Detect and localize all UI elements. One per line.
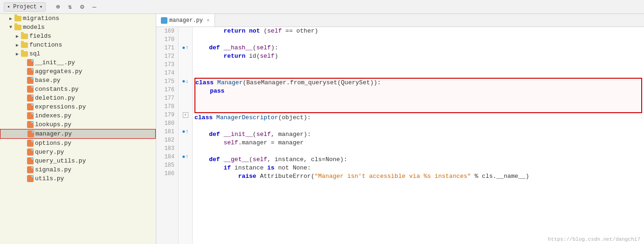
tab-close-button[interactable]: × [207, 18, 210, 23]
gutter-182 [179, 136, 192, 144]
project-label[interactable]: ▪ Project ▾ [4, 2, 46, 12]
gutter-181[interactable]: ●↑ [179, 128, 192, 136]
line-num-175: 175 [160, 77, 174, 86]
sidebar-item-query-utils[interactable]: query_utils.py [0, 156, 156, 165]
code-line-177 [195, 95, 641, 104]
sidebar-item-migrations[interactable]: ▶ migrations [0, 14, 156, 23]
python-file-icon [28, 130, 34, 137]
sort-icon[interactable]: ⇅ [65, 2, 75, 12]
collapse-down-icon[interactable]: ●↓ [182, 78, 188, 85]
python-file-icon [27, 112, 34, 119]
code-line-176: pass [195, 87, 641, 95]
line-num-185: 185 [160, 161, 174, 169]
settings-icon[interactable]: ⚙ [77, 2, 87, 12]
code-line-180 [194, 122, 642, 130]
sidebar-item-signals[interactable]: signals.py [0, 165, 156, 174]
python-file-icon [27, 95, 34, 102]
expand-arrow: ▶ [14, 51, 21, 57]
code-line-185: if instance is not None: [194, 164, 642, 172]
sidebar-item-label: expressions.py [35, 103, 86, 110]
project-dropdown-arrow[interactable]: ▾ [40, 4, 43, 10]
sidebar-item-label: signals.py [35, 166, 71, 173]
sidebar-item-functions[interactable]: ▶ functions [0, 41, 156, 49]
sidebar: ▶ migrations ▼ models ▶ fields ▶ functio… [0, 14, 156, 244]
code-line-174 [194, 69, 642, 77]
file-tab-icon [161, 17, 167, 24]
sidebar-item-aggregates[interactable]: aggregates.py [0, 67, 156, 76]
minimize-icon[interactable]: — [90, 2, 99, 12]
gutter-169 [179, 27, 192, 35]
collapse-arrow: ▼ [7, 25, 14, 30]
line-num-174: 174 [160, 69, 174, 77]
sidebar-item-init[interactable]: __init__.py [0, 58, 156, 67]
add-icon[interactable]: ⊕ [53, 2, 62, 12]
code-line-172: return id(self) [194, 52, 642, 61]
sidebar-item-expressions[interactable]: expressions.py [0, 102, 156, 111]
editor-tab-manager[interactable]: manager.py × [156, 14, 215, 27]
expand-arrow: ▶ [14, 42, 21, 48]
sidebar-item-label: aggregates.py [35, 68, 82, 75]
python-file-icon [27, 140, 34, 147]
sidebar-item-deletion[interactable]: deletion.py [0, 94, 156, 102]
line-num-172: 172 [160, 52, 174, 61]
code-line-182: self.manager = manager [194, 139, 642, 147]
sidebar-item-constants[interactable]: constants.py [0, 85, 156, 94]
python-file-icon [27, 103, 34, 110]
sidebar-item-indexes[interactable]: indexes.py [0, 111, 156, 120]
code-lines[interactable]: return not (self == other) def __hash__(… [193, 27, 644, 244]
sidebar-item-sql[interactable]: ▶ sql [0, 49, 156, 58]
sidebar-item-label: sql [29, 50, 40, 57]
line-numbers: 169 170 171 172 173 174 175 176 177 178 … [156, 27, 179, 244]
sidebar-item-fields[interactable]: ▶ fields [0, 32, 156, 41]
sidebar-item-manager[interactable]: manager.py [0, 129, 156, 139]
gutter-183 [179, 144, 192, 153]
code-area[interactable]: 169 170 171 172 173 174 175 176 177 178 … [156, 27, 644, 244]
sidebar-item-label: manager.py [35, 130, 72, 137]
highlighted-block: class Manager(BaseManager.from_queryset(… [194, 78, 642, 113]
gutter-174 [179, 69, 192, 77]
gutter-186 [179, 169, 192, 178]
gutter-171[interactable]: ●↑ [179, 44, 192, 52]
code-line-179: class ManagerDescriptor(object): [194, 114, 642, 122]
gutter-179[interactable]: + [179, 111, 192, 119]
line-num-169: 169 [160, 27, 174, 35]
line-num-173: 173 [160, 61, 174, 69]
line-num-186: 186 [160, 169, 174, 178]
gutter-184[interactable]: ●↑ [179, 153, 192, 161]
code-line-184: def __get__(self, instance, cls=None): [194, 156, 642, 164]
python-file-icon [27, 59, 34, 66]
title-bar-icons: ⊕ ⇅ ⚙ — [53, 2, 99, 12]
gutter-180 [179, 119, 192, 128]
collapse-up-icon[interactable]: ●↑ [182, 45, 188, 51]
gutter-185 [179, 161, 192, 169]
sidebar-item-label: query.py [35, 149, 64, 156]
sidebar-item-base[interactable]: base.py [0, 76, 156, 85]
folder-icon [21, 33, 28, 39]
gutter-175[interactable]: ●↓ [179, 77, 192, 86]
sidebar-item-options[interactable]: options.py [0, 139, 156, 148]
sidebar-item-query[interactable]: query.py [0, 148, 156, 156]
sidebar-item-models[interactable]: ▼ models [0, 23, 156, 32]
code-line-178 [195, 104, 641, 112]
sidebar-item-label: __init__.py [35, 59, 75, 66]
code-line-175: class Manager(BaseManager.from_queryset(… [195, 79, 641, 87]
code-line-183 [194, 147, 642, 156]
gutter-173 [179, 61, 192, 69]
sidebar-item-label: lookups.py [35, 121, 71, 128]
sidebar-item-label: migrations [23, 15, 59, 22]
sidebar-item-label: options.py [35, 140, 71, 147]
python-file-icon [27, 68, 34, 75]
expand-icon[interactable]: + [183, 112, 188, 118]
collapse-up-icon-3[interactable]: ●↑ [182, 154, 188, 160]
python-file-icon [27, 77, 34, 84]
line-num-180: 180 [160, 119, 174, 128]
sidebar-item-lookups[interactable]: lookups.py [0, 120, 156, 129]
collapse-up-icon-2[interactable]: ●↑ [182, 129, 188, 135]
tab-label: manager.py [169, 17, 203, 24]
sidebar-item-label: deletion.py [35, 95, 75, 102]
line-num-181: 181 [160, 128, 174, 136]
watermark: https://blog.csdn.net/dangchi7 [548, 237, 640, 242]
sidebar-item-utils[interactable]: utils.py [0, 174, 156, 183]
folder-icon [14, 15, 21, 21]
line-num-183: 183 [160, 144, 174, 153]
